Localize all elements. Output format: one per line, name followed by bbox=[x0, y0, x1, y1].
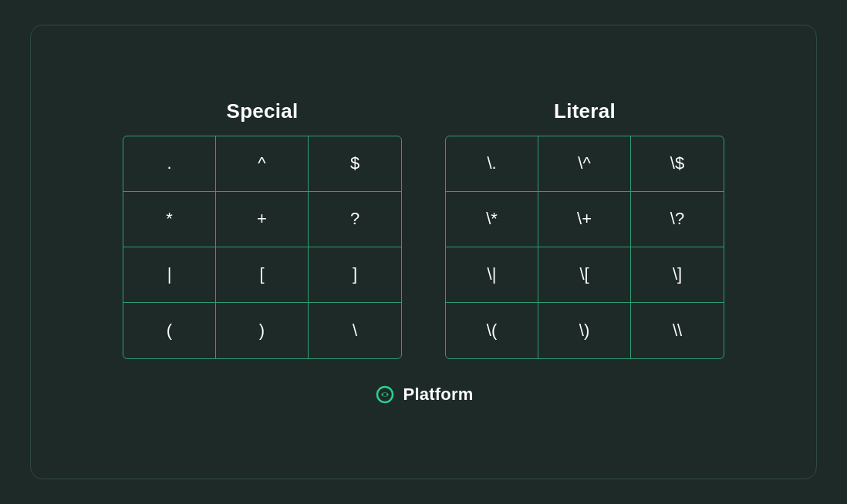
special-cell: | bbox=[123, 247, 216, 303]
special-cell: ) bbox=[216, 303, 309, 358]
literal-table-block: Literal \.\^\$\*\+\?\|\[\]\(\)\\ bbox=[445, 99, 724, 359]
special-cell: ^ bbox=[216, 136, 309, 192]
footer-label: Platform bbox=[403, 385, 474, 405]
literal-cell: \$ bbox=[631, 136, 724, 192]
literal-cell: \[ bbox=[538, 247, 631, 303]
tables-row: Special .^$*+?|[]()\ Literal \.\^\$\*\+\… bbox=[123, 99, 724, 359]
special-cell: $ bbox=[309, 136, 401, 192]
special-cell: . bbox=[123, 136, 216, 192]
literal-cell: \* bbox=[446, 192, 538, 247]
svg-point-0 bbox=[383, 392, 386, 396]
special-cell: ( bbox=[123, 303, 216, 358]
special-table-block: Special .^$*+?|[]()\ bbox=[123, 99, 402, 359]
special-cell: [ bbox=[216, 247, 309, 303]
special-cell: ] bbox=[309, 247, 401, 303]
literal-cell: \) bbox=[538, 303, 631, 358]
literal-cell: \( bbox=[446, 303, 538, 358]
footer: Platform bbox=[374, 384, 474, 405]
literal-cell: \\ bbox=[631, 303, 724, 358]
literal-cell: \^ bbox=[538, 136, 631, 192]
literal-cell: \. bbox=[446, 136, 538, 192]
special-title: Special bbox=[227, 99, 299, 123]
outer-card: Special .^$*+?|[]()\ Literal \.\^\$\*\+\… bbox=[30, 25, 817, 479]
special-cell: \ bbox=[309, 303, 401, 358]
literal-title: Literal bbox=[554, 99, 616, 123]
platform-logo-icon bbox=[374, 384, 396, 405]
literal-cell: \] bbox=[631, 247, 724, 303]
special-cell: ? bbox=[309, 192, 401, 247]
literal-grid: \.\^\$\*\+\?\|\[\]\(\)\\ bbox=[445, 136, 724, 359]
special-cell: * bbox=[123, 192, 216, 247]
special-grid: .^$*+?|[]()\ bbox=[123, 136, 402, 359]
special-cell: + bbox=[216, 192, 309, 247]
literal-cell: \+ bbox=[538, 192, 631, 247]
literal-cell: \? bbox=[631, 192, 724, 247]
literal-cell: \| bbox=[446, 247, 538, 303]
